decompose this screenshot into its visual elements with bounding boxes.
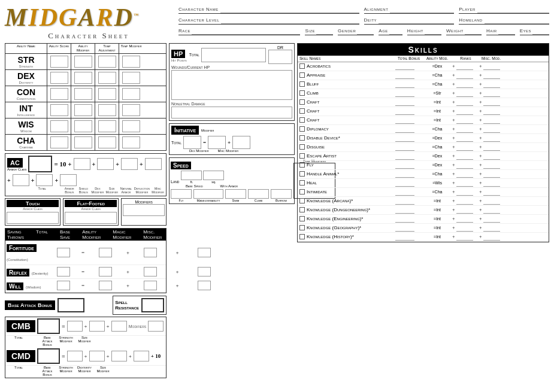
cha-tempmod-box[interactable] xyxy=(122,136,140,148)
skill-total-box-5[interactable] xyxy=(395,108,414,115)
dex-mod-box[interactable] xyxy=(74,72,92,84)
cmb-bab-box[interactable] xyxy=(67,321,83,332)
skill-misc-box-1[interactable] xyxy=(483,72,500,79)
ref-base-box[interactable] xyxy=(99,267,112,276)
speed-burrow-box[interactable] xyxy=(271,189,292,199)
ac-armor-bonus[interactable] xyxy=(74,158,90,170)
skill-checkbox-18[interactable] xyxy=(299,225,305,230)
skill-misc-box-12[interactable] xyxy=(483,171,500,178)
ac-natural-armor[interactable] xyxy=(13,174,29,186)
skill-ranks-box-17[interactable] xyxy=(456,215,473,223)
skill-checkbox-3[interactable] xyxy=(299,90,305,96)
skill-ranks-box-10[interactable] xyxy=(456,153,473,160)
skill-ranks-box-1[interactable] xyxy=(456,72,473,79)
skill-total-box-11[interactable] xyxy=(395,162,414,169)
skill-misc-box-17[interactable] xyxy=(483,215,500,223)
skill-checkbox-4[interactable] xyxy=(299,99,305,105)
skill-checkbox-2[interactable] xyxy=(299,81,305,87)
skill-misc-box-18[interactable] xyxy=(483,224,500,232)
speed-fly-box[interactable] xyxy=(171,189,192,199)
fort-ability-box[interactable] xyxy=(144,248,157,257)
cmd-dex-box[interactable] xyxy=(111,351,127,361)
skill-misc-box-13[interactable] xyxy=(483,180,500,187)
skill-ranks-box-12[interactable] xyxy=(456,171,473,178)
skill-misc-box-0[interactable] xyxy=(483,63,500,70)
skill-total-box-8[interactable] xyxy=(395,135,414,142)
con-mod-box[interactable] xyxy=(74,88,92,100)
touch-input[interactable] xyxy=(7,212,59,224)
homeland-input[interactable] xyxy=(485,16,549,24)
skill-ranks-box-6[interactable] xyxy=(456,117,473,124)
ref-total-box[interactable] xyxy=(57,267,70,276)
skill-ranks-box-8[interactable] xyxy=(456,135,473,142)
fort-total-box[interactable] xyxy=(57,248,70,257)
speed-land-sq-box[interactable] xyxy=(203,171,224,180)
skill-misc-box-3[interactable] xyxy=(483,90,500,97)
skill-total-box-14[interactable] xyxy=(395,189,414,196)
skill-total-box-15[interactable] xyxy=(395,197,414,205)
skill-misc-box-16[interactable] xyxy=(483,206,500,214)
ac-total-box[interactable] xyxy=(28,156,52,172)
skill-total-box-7[interactable] xyxy=(395,126,414,133)
skill-ranks-box-9[interactable] xyxy=(456,144,473,151)
skill-ranks-box-19[interactable] xyxy=(456,233,473,241)
skill-ranks-box-3[interactable] xyxy=(456,90,473,97)
skill-misc-box-8[interactable] xyxy=(483,135,500,142)
con-tempadj-box[interactable] xyxy=(98,88,116,100)
init-dex-box[interactable] xyxy=(208,136,226,149)
cha-mod-box[interactable] xyxy=(74,136,92,148)
skill-checkbox-10[interactable] xyxy=(299,153,305,159)
ref-ability-box[interactable] xyxy=(144,267,157,276)
skill-checkbox-13[interactable] xyxy=(299,180,305,186)
size-input[interactable] xyxy=(316,26,333,35)
skill-checkbox-12[interactable] xyxy=(299,171,305,177)
skill-ranks-box-11[interactable] xyxy=(456,162,473,169)
wis-tempmod-box[interactable] xyxy=(122,120,140,132)
skill-total-box-0[interactable] xyxy=(395,63,414,70)
skill-misc-box-7[interactable] xyxy=(483,126,500,133)
skill-checkbox-19[interactable] xyxy=(299,234,305,239)
player-input[interactable] xyxy=(477,5,549,13)
int-score-box[interactable] xyxy=(50,104,68,116)
ac-shield-bonus[interactable] xyxy=(97,158,114,170)
str-score-box[interactable] xyxy=(50,56,68,68)
skill-misc-box-2[interactable] xyxy=(483,81,500,88)
dex-tempadj-box[interactable] xyxy=(98,72,116,84)
will-base-box[interactable] xyxy=(99,281,112,290)
cha-tempadj-box[interactable] xyxy=(98,136,116,148)
con-score-box[interactable] xyxy=(50,88,68,100)
wis-tempadj-box[interactable] xyxy=(98,120,116,132)
cmb-str-box[interactable] xyxy=(89,321,105,332)
skill-checkbox-5[interactable] xyxy=(299,108,305,114)
skill-total-box-19[interactable] xyxy=(395,233,414,241)
deity-input[interactable] xyxy=(379,16,454,24)
skill-checkbox-0[interactable] xyxy=(299,63,305,69)
ac-misc[interactable] xyxy=(60,174,77,186)
skill-total-box-12[interactable] xyxy=(395,171,414,178)
skill-total-box-17[interactable] xyxy=(395,215,414,223)
cmd-str-box[interactable] xyxy=(89,351,105,361)
race-input[interactable] xyxy=(192,26,300,35)
skill-ranks-box-13[interactable] xyxy=(456,180,473,187)
height-input[interactable] xyxy=(425,26,441,35)
cha-score-box[interactable] xyxy=(50,136,68,148)
gender-input[interactable] xyxy=(357,26,374,35)
will-total-box[interactable] xyxy=(57,281,70,290)
skill-ranks-box-18[interactable] xyxy=(456,224,473,232)
cmd-bab-box[interactable] xyxy=(67,351,83,361)
con-tempmod-box[interactable] xyxy=(122,88,140,100)
skill-checkbox-9[interactable] xyxy=(299,144,305,150)
str-tempmod-box[interactable] xyxy=(122,56,140,68)
skill-total-box-3[interactable] xyxy=(395,90,414,97)
skill-ranks-box-14[interactable] xyxy=(456,189,473,196)
skill-total-box-1[interactable] xyxy=(395,72,414,79)
bab-box[interactable] xyxy=(57,298,84,312)
alignment-input[interactable] xyxy=(390,5,454,13)
skill-misc-box-9[interactable] xyxy=(483,144,500,151)
ff-input[interactable] xyxy=(65,212,117,224)
init-total-box[interactable] xyxy=(183,136,201,149)
speed-maneuv-box[interactable] xyxy=(193,189,223,199)
ac-deflection[interactable] xyxy=(36,174,53,186)
hp-dr-box[interactable] xyxy=(268,50,292,64)
speed-land-ft-box[interactable] xyxy=(181,171,202,180)
